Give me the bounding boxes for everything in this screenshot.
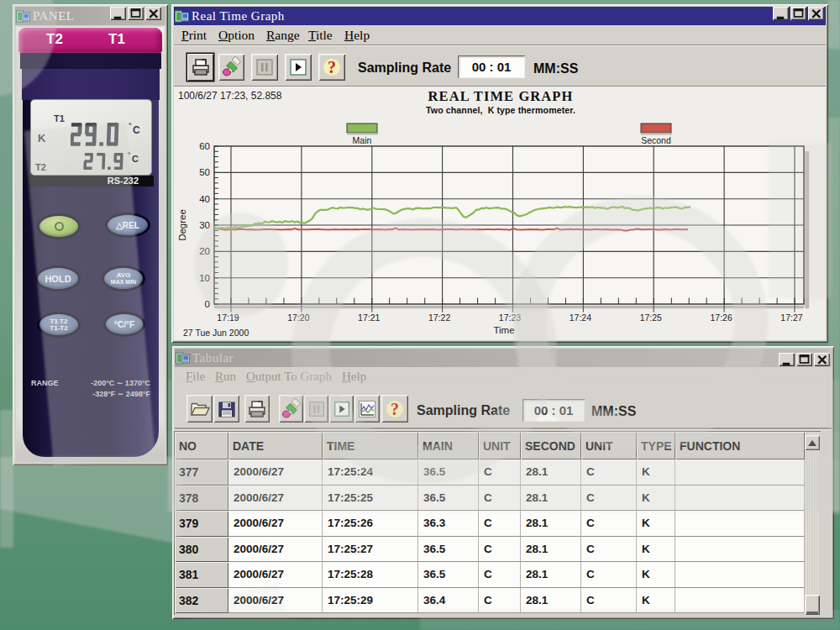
svg-text:REAL TIME GRAPH: REAL TIME GRAPH [428, 88, 574, 104]
svg-text:40: 40 [199, 194, 210, 204]
svg-text:17:22: 17:22 [428, 312, 450, 323]
svg-text:Second: Second [641, 135, 671, 145]
svg-text:Time: Time [493, 325, 514, 335]
svg-text:27 Tue Jun 2000: 27 Tue Jun 2000 [183, 328, 249, 338]
svg-text:50: 50 [199, 167, 210, 177]
svg-text:17:26: 17:26 [710, 312, 732, 323]
svg-text:17:25: 17:25 [640, 312, 662, 323]
svg-text:17:21: 17:21 [358, 312, 380, 323]
svg-text:Degree: Degree [177, 209, 187, 241]
svg-text:60: 60 [199, 141, 210, 151]
svg-text:0: 0 [205, 299, 210, 309]
svg-text:30: 30 [199, 220, 210, 230]
svg-text:100/6/27 17:23, 52.858: 100/6/27 17:23, 52.858 [178, 90, 282, 102]
svg-text:17:23: 17:23 [499, 312, 521, 323]
svg-text:10: 10 [199, 273, 210, 283]
svg-text:17:20: 17:20 [287, 312, 309, 323]
svg-text:Two channel, K type thermomet: Two channel, K type thermometer. [426, 105, 575, 115]
svg-text:17:19: 17:19 [217, 312, 239, 323]
svg-text:?: ? [391, 400, 399, 418]
svg-text:?: ? [328, 58, 336, 76]
svg-text:17:24: 17:24 [570, 312, 591, 323]
svg-text:Main: Main [353, 135, 372, 145]
svg-text:17:27: 17:27 [780, 312, 802, 323]
svg-text:20: 20 [199, 246, 210, 256]
